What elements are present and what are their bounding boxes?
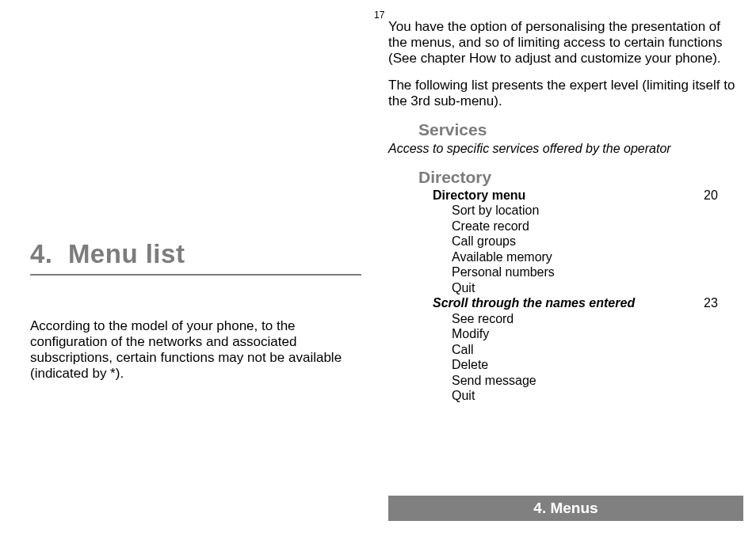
list-item: Quit xyxy=(418,280,735,296)
list-item: Sort by location xyxy=(418,203,735,219)
paragraph-personalising: You have the option of personalising the… xyxy=(388,19,735,67)
scroll-names-page: 23 xyxy=(704,295,735,311)
list-item: Modify xyxy=(418,326,735,342)
directory-menu-title: Directory menu xyxy=(433,188,704,203)
directory-menu-page: 20 xyxy=(704,188,735,203)
list-item: Send message xyxy=(418,373,735,389)
list-item: Available memory xyxy=(418,249,735,265)
chapter-number: 4. xyxy=(30,239,53,268)
right-column: 17 You have the option of personalising … xyxy=(388,0,737,536)
paragraph-expert-level: The following list presents the expert l… xyxy=(388,78,735,109)
chapter-title: Menu list xyxy=(68,239,185,268)
list-item: See record xyxy=(418,311,735,327)
list-item: Call xyxy=(418,342,735,358)
page-number: 17 xyxy=(374,10,384,21)
left-column: 4. Menu list According to the model of y… xyxy=(30,0,363,536)
footer-bar: 4. Menus xyxy=(388,496,743,521)
list-item: Personal numbers xyxy=(418,264,735,280)
services-subtext: Access to specific services offered by t… xyxy=(388,142,735,157)
services-heading: Services xyxy=(418,120,735,140)
directory-menu-block: Directory menu 20 Sort by location Creat… xyxy=(418,188,735,404)
list-item: Quit xyxy=(418,388,735,404)
directory-heading: Directory xyxy=(418,168,735,188)
chapter-heading: 4. Menu list xyxy=(30,239,361,276)
list-item: Create record xyxy=(418,219,735,234)
directory-menu-title-row: Directory menu 20 xyxy=(418,188,735,203)
list-item: Delete xyxy=(418,357,735,373)
scroll-names-title-row: Scroll through the names entered 23 xyxy=(418,295,735,311)
intro-paragraph: According to the model of your phone, to… xyxy=(30,318,363,382)
scroll-names-title: Scroll through the names entered xyxy=(433,295,704,311)
list-item: Call groups xyxy=(418,234,735,249)
right-body: You have the option of personalising the… xyxy=(388,19,735,404)
